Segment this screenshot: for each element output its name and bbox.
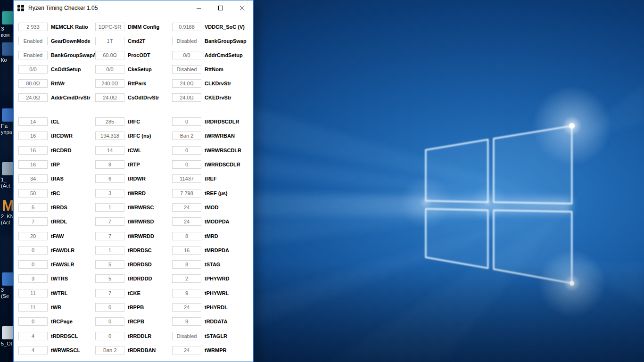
param-label-trcpb: tRCPB bbox=[128, 319, 144, 324]
param-cell-trddata: 9tRDDATA bbox=[172, 317, 227, 326]
value-box-tstag: 8 bbox=[172, 260, 201, 269]
param-label-ckedrvstr: CKEDrvStr bbox=[205, 95, 231, 100]
param-label-procodt: ProcODT bbox=[128, 52, 150, 58]
param-cell-trdrdsd: 5tRDRDSD bbox=[95, 260, 172, 269]
value-box-trcdwr: 16 bbox=[18, 132, 48, 140]
param-row: 7tRRDL7tWRWRSD24tMODPDA bbox=[14, 214, 253, 229]
value-box-csodtdrvstr: 24.0Ω bbox=[95, 93, 124, 102]
value-box-trdrdban: Ban 2 bbox=[95, 346, 124, 354]
value-box-trcpage: 0 bbox=[18, 317, 48, 326]
param-cell-tcke: 7tCKE bbox=[95, 289, 172, 297]
desktop-icon[interactable]: 3(Se bbox=[1, 272, 15, 299]
param-row: 2 933MEMCLK Ratio1DPC-SRDIMM Config0.918… bbox=[14, 20, 253, 34]
value-box-trdrdscl: 4 bbox=[18, 332, 48, 340]
value-box-trdrdscdlr: 0 bbox=[172, 117, 201, 126]
param-cell-trrddlr: 0tRRDDLR bbox=[95, 332, 172, 340]
param-cell-dimm-config: 1DPC-SRDIMM Config bbox=[95, 23, 172, 31]
param-label-tras: tRAS bbox=[51, 176, 64, 181]
desktop-icon[interactable]: Паупра bbox=[1, 108, 15, 135]
desktop-icon-label: Па bbox=[1, 123, 15, 129]
param-cell-tmodpda: 24tMODPDA bbox=[172, 217, 230, 226]
maximize-button[interactable] bbox=[210, 0, 231, 15]
desktop-icon-label: (Se bbox=[1, 293, 15, 299]
param-cell-trrdl: 7tRRDL bbox=[18, 217, 95, 226]
param-label-twrmpr: tWRMPR bbox=[205, 347, 226, 353]
value-box-trrdl: 7 bbox=[18, 217, 48, 226]
param-label-tfawslr: tFAWSLR bbox=[51, 262, 74, 267]
value-box-tphywrl: 9 bbox=[172, 289, 201, 297]
desktop-icon-label: Ко bbox=[1, 57, 15, 63]
param-cell-tmrdpda: 16tMRDPDA bbox=[172, 246, 229, 255]
value-box-twrmpr: 24 bbox=[172, 346, 201, 354]
value-box-tfaw: 20 bbox=[18, 232, 48, 240]
param-label-trcpage: tRCPage bbox=[51, 319, 73, 324]
param-label-rttpark: RttPark bbox=[128, 81, 146, 86]
app-window: Ryzen Timing Checker 1.05 2 933MEMCLK Ra… bbox=[13, 0, 254, 362]
param-cell-addrcmddrvstr: 24.0ΩAddrCmdDrvStr bbox=[18, 93, 95, 102]
param-label-twtrl: tWTRL bbox=[51, 290, 67, 296]
param-label-trdrddd: tRDRDDD bbox=[128, 276, 152, 281]
param-cell-tref-s: 7 798tREF (µs) bbox=[172, 189, 228, 197]
param-cell-tmrd: 8tMRD bbox=[172, 232, 218, 240]
value-box-tref-s: 7 798 bbox=[172, 189, 201, 197]
desktop-icon[interactable]: Зком bbox=[1, 11, 15, 38]
value-box-trdrdsc: 1 bbox=[95, 246, 124, 255]
desktop-icon-glyph bbox=[2, 326, 15, 339]
param-label-rttnom: RttNom bbox=[205, 66, 223, 72]
param-cell-trdwr: 6tRDWR bbox=[95, 174, 172, 183]
param-cell-trdrddd: 5tRDRDDD bbox=[95, 274, 172, 283]
value-box-tphywrd: 2 bbox=[172, 274, 201, 283]
param-label-twtrs: tWTRS bbox=[51, 276, 68, 281]
param-label-cmd2t: Cmd2T bbox=[128, 38, 145, 44]
value-box-trfc-ns: 194.318 bbox=[95, 132, 124, 140]
param-cell-trppb: 0tRPPB bbox=[95, 303, 172, 312]
param-cell-addrcmdsetup: 0/0AddrCmdSetup bbox=[172, 51, 243, 59]
value-box-trrddlr: 0 bbox=[95, 332, 124, 340]
param-label-geardownmode: GearDownMode bbox=[51, 38, 91, 44]
param-row: 14tCL285tRFC0tRDRDSCDLR bbox=[14, 115, 253, 129]
param-label-twrrdscdlr: tWRRDSCDLR bbox=[205, 162, 240, 167]
param-label-trcdrd: tRCDRD bbox=[51, 148, 71, 153]
value-box-cmd2t: 1T bbox=[95, 37, 124, 45]
desktop-icon[interactable]: Ко bbox=[1, 42, 15, 63]
window-controls bbox=[188, 0, 253, 15]
param-row: 4tRDRDSCL0tRRDDLRDisabledtSTAGLR bbox=[14, 329, 253, 343]
close-button[interactable] bbox=[231, 0, 253, 15]
desktop-icon-label: (Act bbox=[1, 183, 15, 189]
value-box-ckedrvstr: 24.0Ω bbox=[172, 93, 201, 102]
value-box-memclk-ratio: 2 933 bbox=[18, 23, 48, 31]
desktop-icon[interactable]: 1_(Act bbox=[1, 162, 15, 189]
desktop-icon[interactable]: M2_KN(Act bbox=[1, 199, 15, 226]
param-label-tstag: tSTAG bbox=[205, 262, 220, 267]
value-box-tcke: 7 bbox=[95, 289, 124, 297]
param-cell-ckesetup: 0/0CkeSetup bbox=[95, 65, 172, 74]
param-cell-procodt: 60.0ΩProcODT bbox=[95, 51, 172, 59]
param-label-rttwr: RttWr bbox=[51, 81, 65, 86]
param-label-trcdwr: tRCDWR bbox=[51, 133, 73, 139]
value-box-twrwrscdlr: 0 bbox=[172, 146, 201, 155]
titlebar[interactable]: Ryzen Timing Checker 1.05 bbox=[14, 0, 253, 15]
value-box-csodtsetup: 0/0 bbox=[18, 65, 48, 74]
param-cell-tphywrd: 2tPHYWRD bbox=[172, 274, 230, 283]
param-label-twrwrban: tWRWRBAN bbox=[205, 133, 235, 139]
value-box-tcl: 14 bbox=[18, 117, 48, 126]
desktop-icon[interactable]: 5_Ot bbox=[1, 326, 15, 347]
value-box-tmrd: 8 bbox=[172, 232, 201, 240]
value-box-rttnom: Disabled bbox=[172, 65, 201, 74]
param-label-tphywrd: tPHYWRD bbox=[205, 276, 230, 281]
param-cell-rttnom: DisabledRttNom bbox=[172, 65, 223, 74]
desktop-icon-glyph: M bbox=[2, 199, 15, 212]
value-box-twrwrsd: 7 bbox=[95, 217, 124, 226]
value-box-trdwr: 6 bbox=[95, 174, 124, 183]
param-label-tmod: tMOD bbox=[205, 205, 218, 210]
desktop-icon-label: (Act bbox=[1, 220, 15, 226]
param-row: 50tRC3tWRRD7 798tREF (µs) bbox=[14, 186, 253, 200]
desktop-icon-glyph bbox=[2, 42, 15, 56]
param-label-memclk-ratio: MEMCLK Ratio bbox=[51, 24, 88, 30]
param-cell-tfaw: 20tFAW bbox=[18, 232, 95, 240]
minimize-button[interactable] bbox=[188, 0, 210, 15]
param-label-tphyrdl: tPHYRDL bbox=[205, 304, 228, 310]
param-label-tmrd: tMRD bbox=[205, 233, 218, 239]
param-cell-trcpage: 0tRCPage bbox=[18, 317, 95, 326]
desktop-icon-glyph bbox=[2, 162, 15, 175]
